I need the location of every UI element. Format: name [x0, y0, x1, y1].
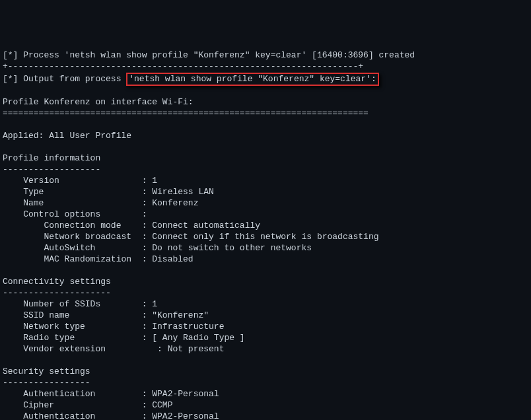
output-line: [*] Output from process 'netsh wlan show… — [3, 73, 528, 87]
output-line: Number of SSIDs : 1 — [3, 299, 528, 310]
output-line: ========================================… — [3, 108, 528, 120]
output-line: Authentication : WPA2-Personal — [3, 411, 528, 420]
output-line: Type : Wireless LAN — [3, 187, 528, 198]
output-line: Network broadcast : Connect only if this… — [3, 232, 528, 243]
output-line — [3, 86, 528, 97]
output-line: Radio type : [ Any Radio Type ] — [3, 333, 528, 344]
output-line — [3, 120, 528, 131]
output-line: Applied: All User Profile — [3, 131, 528, 142]
output-line: Control options : — [3, 209, 528, 221]
output-line: ----------------- — [3, 378, 528, 389]
section-header: Profile information — [3, 153, 528, 164]
output-line: Name : Konferenz — [3, 198, 528, 209]
highlighted-command: 'netsh wlan show profile "Konferenz" key… — [126, 73, 378, 87]
section-header: Connectivity settings — [3, 277, 528, 288]
output-line: +---------------------------------------… — [3, 61, 528, 73]
output-line: Version : 1 — [3, 176, 528, 187]
output-line: ------------------- — [3, 164, 528, 176]
output-line: Cipher : CCMP — [3, 400, 528, 411]
output-line: --------------------- — [3, 288, 528, 299]
output-line: Connection mode : Connect automatically — [3, 221, 528, 232]
output-line: Authentication : WPA2-Personal — [3, 389, 528, 400]
output-line: AutoSwitch : Do not switch to other netw… — [3, 243, 528, 254]
output-line: Profile Konferenz on interface Wi-Fi: — [3, 97, 528, 108]
output-line: Network type : Infrastructure — [3, 322, 528, 333]
output-line — [3, 265, 528, 277]
terminal-output: [*] Process 'netsh wlan show profile "Ko… — [3, 50, 528, 420]
output-line: SSID name : "Konferenz" — [3, 310, 528, 322]
output-line: MAC Randomization : Disabled — [3, 254, 528, 265]
output-line — [3, 355, 528, 367]
output-text: [*] Output from process — [3, 74, 126, 84]
section-header: Security settings — [3, 367, 528, 378]
output-line: [*] Process 'netsh wlan show profile "Ko… — [3, 50, 528, 61]
output-line: Vendor extension : Not present — [3, 344, 528, 355]
output-line — [3, 142, 528, 153]
